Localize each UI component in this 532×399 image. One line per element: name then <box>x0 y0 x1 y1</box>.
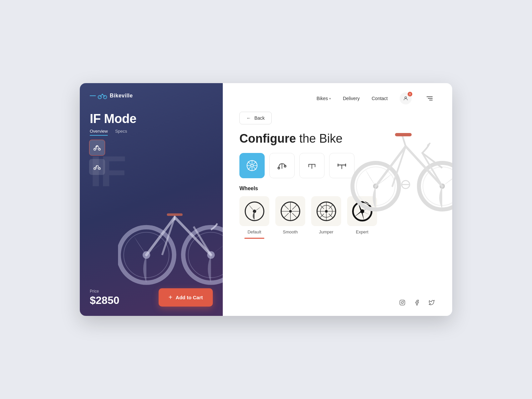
configure-heading: Configure the Bike <box>239 132 436 146</box>
wheel-option-default[interactable]: Default <box>239 196 269 239</box>
brand-name: Bikeville <box>110 93 133 99</box>
nav-bikes[interactable]: Bikes ▾ <box>317 96 331 101</box>
config-icon-handlebar-drop[interactable] <box>299 153 325 178</box>
bottom-bar: Price $2850 + Add to Cart <box>90 288 213 307</box>
wheel-underline-jumper <box>316 238 336 239</box>
svg-line-27 <box>253 167 256 170</box>
nav-bar: Bikes ▾ Delivery Contact 0 <box>239 92 436 104</box>
svg-point-5 <box>97 146 98 147</box>
svg-point-12 <box>188 232 223 278</box>
svg-line-26 <box>248 162 251 165</box>
nav-contact[interactable]: Contact <box>372 96 388 101</box>
nav-delivery[interactable]: Delivery <box>343 96 360 101</box>
logo-area: Bikeville <box>90 92 213 99</box>
wheel-option-expert[interactable]: Expert <box>347 196 377 239</box>
svg-point-2 <box>102 94 103 95</box>
logo-icon <box>90 92 107 99</box>
svg-point-77 <box>401 302 403 304</box>
svg-point-42 <box>289 210 292 212</box>
instagram-icon[interactable] <box>398 299 406 307</box>
wheel-img-expert <box>347 196 377 226</box>
wheel-img-jumper <box>311 196 341 226</box>
bike-image-left <box>100 163 223 289</box>
wheel-label-default: Default <box>247 229 261 234</box>
back-arrow-icon: ← <box>246 115 251 121</box>
svg-point-78 <box>404 301 404 302</box>
back-button[interactable]: ← Back <box>239 112 272 124</box>
thumbnails <box>89 140 105 175</box>
plus-icon: + <box>169 294 173 301</box>
svg-line-60 <box>329 204 333 209</box>
svg-point-53 <box>325 210 328 212</box>
user-icon-button[interactable]: 0 <box>400 92 412 104</box>
add-to-cart-label: Add to Cart <box>176 295 203 300</box>
right-panel: Bikes ▾ Delivery Contact 0 <box>223 83 452 316</box>
product-name: IF Mode <box>90 112 213 126</box>
wheel-option-jumper[interactable]: Jumper <box>311 196 341 239</box>
price-value: $2850 <box>90 294 119 307</box>
config-icon-wheel[interactable] <box>239 153 265 178</box>
wheel-label-expert: Expert <box>356 229 368 234</box>
left-panel: Bikeville IF Mode Overview Specs IF <box>80 83 223 316</box>
tab-overview[interactable]: Overview <box>90 129 108 136</box>
wheel-label-smooth: Smooth <box>283 229 298 234</box>
svg-line-49 <box>292 204 297 209</box>
twitter-icon[interactable] <box>428 299 436 307</box>
svg-point-16 <box>405 97 406 98</box>
facebook-icon[interactable] <box>413 299 421 307</box>
wheel-img-default <box>239 196 269 226</box>
wheels-section-label: Wheels <box>239 186 436 192</box>
main-container: Bikeville IF Mode Overview Specs IF <box>80 83 452 316</box>
wheel-label-jumper: Jumper <box>319 229 333 234</box>
wheel-underline-default <box>244 238 264 239</box>
add-to-cart-button[interactable]: + Add to Cart <box>159 288 213 307</box>
price-label: Price <box>90 289 119 294</box>
tab-specs[interactable]: Specs <box>115 129 127 136</box>
config-icon-handlebar-curved[interactable] <box>269 153 295 178</box>
chevron-down-icon: ▾ <box>329 97 331 100</box>
thumb-bike-full[interactable] <box>89 140 105 156</box>
social-row <box>398 299 436 307</box>
wheel-underline-smooth <box>280 238 300 239</box>
svg-point-11 <box>183 227 223 283</box>
svg-rect-76 <box>400 300 405 305</box>
config-icons-row <box>239 153 436 178</box>
tabs-row: Overview Specs <box>90 129 213 136</box>
wheel-underline-expert <box>352 238 372 239</box>
price-area: Price $2850 <box>90 289 119 307</box>
svg-point-21 <box>251 164 253 167</box>
svg-line-58 <box>320 204 324 209</box>
svg-rect-14 <box>167 213 183 216</box>
cart-badge: 0 <box>408 92 412 96</box>
wheel-img-smooth <box>275 196 305 226</box>
svg-line-48 <box>292 213 297 218</box>
menu-icon-button[interactable] <box>424 92 436 104</box>
svg-line-59 <box>329 214 333 218</box>
svg-line-28 <box>253 162 256 165</box>
svg-line-61 <box>320 214 324 218</box>
svg-line-50 <box>284 213 289 218</box>
wheels-row: Default <box>239 196 436 239</box>
config-icon-handlebar-flat[interactable] <box>329 153 354 178</box>
svg-line-29 <box>248 167 251 170</box>
wheel-option-smooth[interactable]: Smooth <box>275 196 305 239</box>
thumb-bike-side[interactable] <box>89 159 105 175</box>
svg-line-47 <box>284 204 289 209</box>
svg-point-66 <box>440 184 445 189</box>
